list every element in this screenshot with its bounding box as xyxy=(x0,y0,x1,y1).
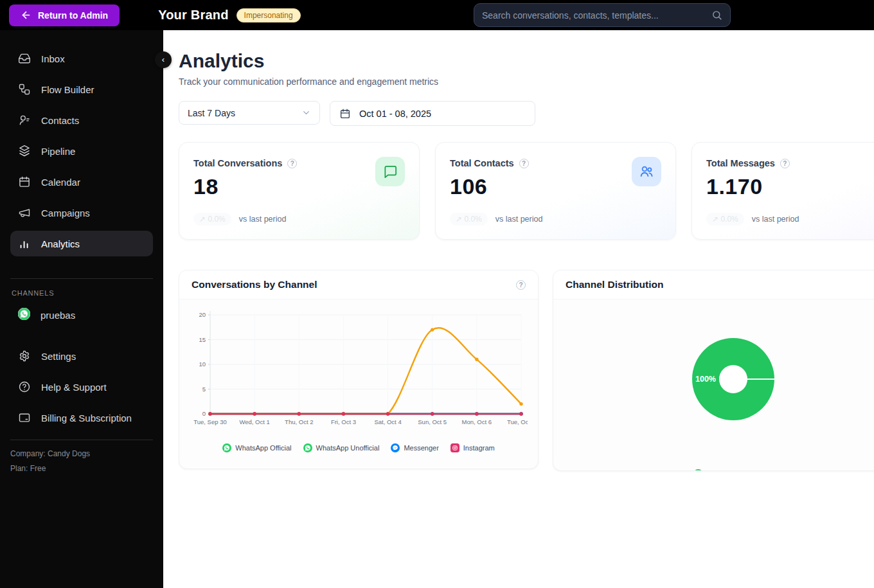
stat-title: Total Contacts xyxy=(450,158,514,168)
sidebar-channel-pruebas[interactable]: pruebas xyxy=(10,302,153,328)
sidebar-item-label: Inbox xyxy=(41,53,65,64)
svg-text:100%: 100% xyxy=(695,375,716,384)
svg-text:10: 10 xyxy=(199,361,206,368)
svg-text:15: 15 xyxy=(199,336,206,343)
legend-item[interactable]: Messenger xyxy=(391,443,438,452)
delta-badge: ↗ 0.0% xyxy=(450,213,488,226)
svg-text:Thu, Oct 2: Thu, Oct 2 xyxy=(285,418,313,425)
legend-label: WhatsApp Official xyxy=(235,444,291,452)
users-icon xyxy=(632,157,661,186)
channel-label: pruebas xyxy=(40,310,75,321)
legend-item[interactable]: whatsapp_unofficial xyxy=(693,469,774,471)
chevron-down-icon xyxy=(301,108,311,118)
compare-label: vs last period xyxy=(752,215,799,224)
sidebar-item-billing[interactable]: Billing & Subscription xyxy=(10,405,153,431)
stat-value: 1.170 xyxy=(706,174,874,199)
sidebar-item-flow-builder[interactable]: Flow Builder xyxy=(10,76,153,102)
return-to-admin-button[interactable]: Return to Admin xyxy=(9,4,120,26)
stat-title: Total Messages xyxy=(706,158,775,168)
help-icon[interactable]: ? xyxy=(516,280,526,290)
svg-text:Tue, Sep 30: Tue, Sep 30 xyxy=(193,418,226,425)
date-range-picker[interactable]: Oct 01 - 08, 2025 xyxy=(330,101,535,126)
sidebar-item-contacts[interactable]: Contacts xyxy=(10,107,153,133)
instagram-icon xyxy=(450,443,459,452)
whatsapp-icon xyxy=(693,469,703,471)
sidebar-collapse-button[interactable]: ‹ xyxy=(155,51,172,68)
line-chart-legend: WhatsApp OfficialWhatsApp UnofficialMess… xyxy=(188,443,529,452)
sidebar-item-label: Campaigns xyxy=(41,208,90,218)
chat-bubble-icon xyxy=(375,157,405,186)
billing-icon xyxy=(18,411,31,424)
svg-text:5: 5 xyxy=(202,386,206,393)
calendar-icon xyxy=(339,108,351,120)
help-icon[interactable]: ? xyxy=(780,159,790,168)
help-icon[interactable]: ? xyxy=(287,159,297,168)
plan-label: Plan: Free xyxy=(10,464,153,473)
sidebar-item-label: Flow Builder xyxy=(41,84,94,95)
donut-chart-legend: whatsapp_unofficial xyxy=(562,469,874,471)
impersonating-badge: Impersonating xyxy=(236,8,301,22)
sidebar-item-label: Billing & Subscription xyxy=(41,413,132,423)
search-input[interactable] xyxy=(482,10,711,21)
svg-text:Fri, Oct 3: Fri, Oct 3 xyxy=(331,418,356,425)
charts-row: Conversations by Channel ? 05101520Tue, … xyxy=(179,270,874,471)
bar-chart-icon xyxy=(18,237,31,250)
stat-value: 18 xyxy=(193,174,405,199)
compare-label: vs last period xyxy=(495,215,543,224)
svg-text:Tue, Oct 7: Tue, Oct 7 xyxy=(507,418,528,425)
channels-heading: CHANNELS xyxy=(12,289,153,297)
settings-icon xyxy=(18,350,31,362)
sidebar-item-calendar[interactable]: Calendar xyxy=(10,169,153,195)
svg-text:Sat, Oct 4: Sat, Oct 4 xyxy=(374,418,401,425)
inbox-icon xyxy=(18,52,31,65)
filters-row: Last 7 Days Oct 01 - 08, 2025 xyxy=(179,101,874,126)
global-search[interactable] xyxy=(474,3,731,27)
donut-chart: 100% xyxy=(562,305,874,460)
return-to-admin-label: Return to Admin xyxy=(38,10,108,21)
sidebar-item-campaigns[interactable]: Campaigns xyxy=(10,200,153,226)
date-range-select-value: Last 7 Days xyxy=(188,108,235,118)
company-label: Company: Candy Dogs xyxy=(10,449,153,458)
chart-title: Channel Distribution xyxy=(566,279,663,290)
whatsapp-icon xyxy=(222,443,231,452)
sidebar-item-analytics[interactable]: Analytics xyxy=(10,231,153,256)
calendar-icon xyxy=(18,175,31,188)
legend-label: Instagram xyxy=(463,444,495,452)
stat-card-total-contacts: Total Contacts? 106 ↗ 0.0% vs last perio… xyxy=(435,142,676,240)
stat-title: Total Conversations xyxy=(193,158,282,168)
whatsapp-icon xyxy=(303,443,312,452)
svg-text:Mon, Oct 6: Mon, Oct 6 xyxy=(462,418,492,425)
date-range-value: Oct 01 - 08, 2025 xyxy=(359,109,431,119)
stat-value: 106 xyxy=(450,174,661,199)
legend-item[interactable]: WhatsApp Official xyxy=(222,443,291,452)
brand-title: Your Brand xyxy=(158,8,228,22)
sidebar-footer: Company: Candy Dogs Plan: Free xyxy=(10,449,153,474)
sidebar-item-label: Contacts xyxy=(41,115,79,126)
stat-card-total-messages: Total Messages? 1.170 ↗ 0.0% vs last per… xyxy=(691,142,874,240)
legend-item[interactable]: Instagram xyxy=(450,443,495,452)
chart-title: Conversations by Channel xyxy=(192,279,317,290)
conversations-by-channel-card: Conversations by Channel ? 05101520Tue, … xyxy=(179,270,539,469)
topbar: Return to Admin Your Brand Impersonating xyxy=(0,0,874,30)
legend-label: Messenger xyxy=(404,444,438,452)
stat-cards-row: Total Conversations? 18 ↗ 0.0% vs last p… xyxy=(179,142,874,240)
compare-label: vs last period xyxy=(239,215,287,224)
sidebar-item-inbox[interactable]: Inbox xyxy=(10,46,153,71)
sidebar-item-settings[interactable]: Settings xyxy=(10,343,153,369)
sidebar: Inbox Flow Builder Contacts Pipeline Cal… xyxy=(0,30,163,588)
help-icon[interactable]: ? xyxy=(519,159,529,168)
megaphone-icon xyxy=(18,206,31,219)
arrow-left-icon xyxy=(21,10,31,21)
sidebar-item-help[interactable]: Help & Support xyxy=(10,374,153,400)
legend-item[interactable]: WhatsApp Unofficial xyxy=(303,443,380,452)
svg-text:Sun, Oct 5: Sun, Oct 5 xyxy=(418,418,447,425)
svg-text:0: 0 xyxy=(202,410,206,417)
line-chart: 05101520Tue, Sep 30Wed, Oct 1Thu, Oct 2F… xyxy=(188,305,529,440)
date-range-select[interactable]: Last 7 Days xyxy=(179,101,320,125)
sidebar-item-pipeline[interactable]: Pipeline xyxy=(10,138,153,164)
legend-label: whatsapp_unofficial xyxy=(707,470,774,472)
sidebar-item-label: Pipeline xyxy=(41,146,75,157)
delta-badge: ↗ 0.0% xyxy=(193,213,231,226)
app-layout: ‹ Inbox Flow Builder Contacts Pipeline C… xyxy=(0,30,874,588)
channel-distribution-card: Channel Distribution 100% whatsapp_unoff… xyxy=(553,270,874,471)
